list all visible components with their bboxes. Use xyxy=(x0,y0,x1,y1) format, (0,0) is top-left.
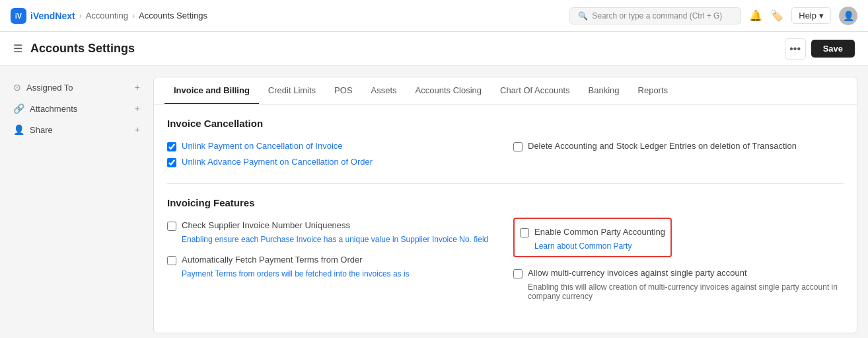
main-content: ⊙ Assigned To + 🔗 Attachments + 👤 Share … xyxy=(0,66,868,338)
check-supplier-checkbox[interactable] xyxy=(167,222,176,231)
unlink-advance-label[interactable]: Unlink Advance Payment on Cancellation o… xyxy=(182,157,373,167)
checkbox-multicurrency-group: Allow multi-currency invoices against si… xyxy=(513,265,844,301)
checkbox-fetch-payment-group: Automatically Fetch Payment Terms from O… xyxy=(167,252,497,278)
more-options-button[interactable]: ••• xyxy=(785,38,806,60)
invoicing-features-title: Invoicing Features xyxy=(167,197,844,208)
checkbox-common-party: Enable Common Party Accounting xyxy=(520,224,665,240)
save-button[interactable]: Save xyxy=(811,40,855,58)
hamburger-icon[interactable]: ☰ xyxy=(13,42,22,55)
search-placeholder: Search or type a command (Ctrl + G) xyxy=(592,11,722,21)
invoice-cancellation-col2: Delete Accounting and Stock Ledger Entri… xyxy=(513,138,844,170)
attachments-add-icon[interactable]: + xyxy=(135,103,140,114)
tab-pos[interactable]: POS xyxy=(325,77,361,105)
invoicing-features-section: Invoicing Features Check Supplier Invoic… xyxy=(167,197,844,309)
tab-banking[interactable]: Banking xyxy=(579,77,629,105)
multicurrency-help: Enabling this will allow creation of mul… xyxy=(528,282,844,301)
tab-content-invoice-billing: Invoice Cancellation Unlink Payment on C… xyxy=(154,105,857,333)
attachments-icon: 🔗 xyxy=(13,103,24,114)
content-panel: Invoice and Billing Credit Limits POS As… xyxy=(153,77,857,333)
enable-common-party-checkbox[interactable] xyxy=(520,228,529,237)
checkbox-check-supplier-group: Check Supplier Invoice Number Uniqueness… xyxy=(167,218,497,244)
delete-accounting-checkbox[interactable] xyxy=(513,142,523,151)
tab-assets[interactable]: Assets xyxy=(362,77,406,105)
breadcrumb: iV iVendNext › Accounting › Accounts Set… xyxy=(11,8,207,24)
sidebar-label-attachments: Attachments xyxy=(30,104,77,114)
page-header-right: ••• Save xyxy=(785,38,855,60)
tag-button[interactable]: 🏷️ xyxy=(770,9,783,22)
share-icon: 👤 xyxy=(13,124,24,135)
breadcrumb-accounting[interactable]: Accounting xyxy=(86,11,128,21)
breadcrumb-sep-2: › xyxy=(132,11,135,21)
tab-reports[interactable]: Reports xyxy=(629,77,678,105)
checkbox-unlink-payment: Unlink Payment on Cancellation of Invoic… xyxy=(167,138,497,154)
delete-accounting-label[interactable]: Delete Accounting and Stock Ledger Entri… xyxy=(528,141,797,151)
invoicing-features-col1: Check Supplier Invoice Number Uniqueness… xyxy=(167,218,497,309)
notification-button[interactable]: 🔔 xyxy=(749,9,762,22)
common-party-highlight: Enable Common Party Accounting Learn abo… xyxy=(513,218,672,257)
sidebar-item-assigned-to[interactable]: ⊙ Assigned To + xyxy=(11,77,143,98)
allow-multicurrency-label[interactable]: Allow multi-currency invoices against si… xyxy=(528,268,747,278)
search-bar[interactable]: 🔍 Search or type a command (Ctrl + G) xyxy=(569,7,741,24)
sidebar-item-attachments[interactable]: 🔗 Attachments + xyxy=(11,98,143,119)
sidebar-item-share[interactable]: 👤 Share + xyxy=(11,119,143,140)
assigned-to-icon: ⊙ xyxy=(13,82,21,93)
avatar-placeholder: 👤 xyxy=(843,11,854,21)
invoicing-features-col2: Enable Common Party Accounting Learn abo… xyxy=(513,218,844,309)
app-logo[interactable]: iV iVendNext xyxy=(11,8,75,24)
tab-invoice-billing[interactable]: Invoice and Billing xyxy=(164,77,259,105)
enable-common-party-label[interactable]: Enable Common Party Accounting xyxy=(534,227,665,237)
invoice-cancellation-grid: Unlink Payment on Cancellation of Invoic… xyxy=(167,138,844,170)
common-party-link[interactable]: Common Party xyxy=(579,241,632,251)
allow-multicurrency-checkbox[interactable] xyxy=(513,269,523,278)
tab-credit-limits[interactable]: Credit Limits xyxy=(259,77,325,105)
sidebar-label-assigned-to: Assigned To xyxy=(26,83,73,93)
checkbox-unlink-advance: Unlink Advance Payment on Cancellation o… xyxy=(167,154,497,170)
logo-icon: iV xyxy=(11,8,26,24)
app-name: iVendNext xyxy=(30,11,75,21)
checkbox-delete-accounting: Delete Accounting and Stock Ledger Entri… xyxy=(513,138,844,154)
top-navigation: iV iVendNext › Accounting › Accounts Set… xyxy=(0,0,868,32)
unlink-advance-checkbox[interactable] xyxy=(167,158,176,167)
check-supplier-help: Enabling ensure each Purchase Invoice ha… xyxy=(182,235,497,244)
tab-accounts-closing[interactable]: Accounts Closing xyxy=(406,77,491,105)
invoice-cancellation-col1: Unlink Payment on Cancellation of Invoic… xyxy=(167,138,497,170)
unlink-payment-label[interactable]: Unlink Payment on Cancellation of Invoic… xyxy=(182,141,343,151)
fetch-payment-checkbox[interactable] xyxy=(167,256,176,265)
assigned-to-add-icon[interactable]: + xyxy=(135,82,140,93)
checkbox-check-supplier: Check Supplier Invoice Number Uniqueness xyxy=(167,218,497,233)
checkbox-multicurrency: Allow multi-currency invoices against si… xyxy=(513,265,844,281)
topnav-right: 🔍 Search or type a command (Ctrl + G) 🔔 … xyxy=(569,7,857,25)
share-add-icon[interactable]: + xyxy=(135,124,140,135)
page-header-left: ☰ Accounts Settings xyxy=(13,42,135,56)
checkbox-common-party-group: Enable Common Party Accounting Learn abo… xyxy=(513,218,844,257)
page-header: ☰ Accounts Settings ••• Save xyxy=(0,32,868,66)
help-button[interactable]: Help ▾ xyxy=(791,7,831,24)
chevron-down-icon: ▾ xyxy=(819,11,824,21)
breadcrumb-sep-1: › xyxy=(79,11,82,21)
fetch-payment-label[interactable]: Automatically Fetch Payment Terms from O… xyxy=(182,255,363,265)
checkbox-fetch-payment: Automatically Fetch Payment Terms from O… xyxy=(167,252,497,268)
search-icon: 🔍 xyxy=(578,11,588,21)
page-title: Accounts Settings xyxy=(30,42,135,56)
sidebar: ⊙ Assigned To + 🔗 Attachments + 👤 Share … xyxy=(11,77,143,333)
section-divider xyxy=(167,183,844,184)
check-supplier-label[interactable]: Check Supplier Invoice Number Uniqueness xyxy=(182,220,350,230)
invoice-cancellation-title: Invoice Cancellation xyxy=(167,118,844,129)
avatar[interactable]: 👤 xyxy=(839,7,857,25)
breadcrumb-accounts-settings[interactable]: Accounts Settings xyxy=(139,11,207,21)
tabs: Invoice and Billing Credit Limits POS As… xyxy=(154,77,857,105)
tab-chart-of-accounts[interactable]: Chart Of Accounts xyxy=(491,77,579,105)
unlink-payment-checkbox[interactable] xyxy=(167,142,176,151)
invoicing-features-grid: Check Supplier Invoice Number Uniqueness… xyxy=(167,218,844,309)
sidebar-label-share: Share xyxy=(30,125,53,135)
common-party-help: Learn about Common Party xyxy=(534,241,665,251)
fetch-payment-help: Payment Terms from orders will be fetche… xyxy=(182,269,497,278)
invoice-cancellation-section: Invoice Cancellation Unlink Payment on C… xyxy=(167,118,844,170)
